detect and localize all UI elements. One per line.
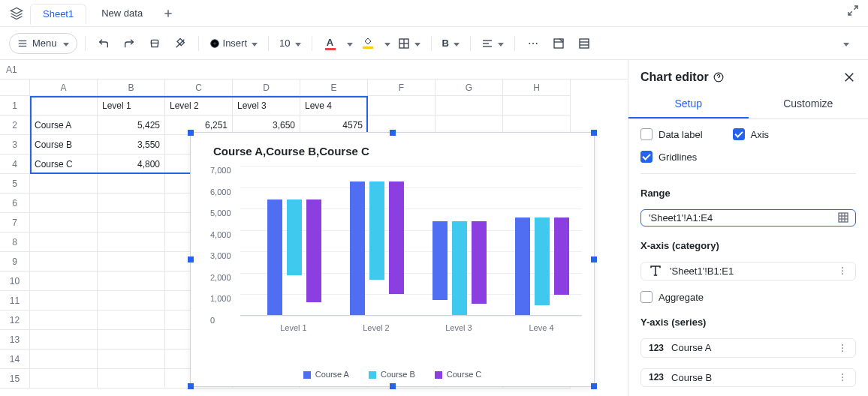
cell[interactable]: Level 1 xyxy=(98,96,165,116)
more-button[interactable] xyxy=(523,33,544,54)
tab-newdata[interactable]: New data xyxy=(89,3,155,24)
name-box[interactable]: A1 xyxy=(0,60,628,80)
series-row-a[interactable]: 123 Course A xyxy=(640,338,856,357)
bold-button[interactable]: B xyxy=(439,33,463,54)
svg-point-44 xyxy=(842,376,843,378)
row-header[interactable]: 5 xyxy=(0,174,30,194)
resize-handle[interactable] xyxy=(188,130,194,136)
svg-rect-23 xyxy=(580,39,589,48)
row-header[interactable]: 8 xyxy=(0,232,30,252)
col-header[interactable]: F xyxy=(368,80,436,96)
undo-button[interactable] xyxy=(93,33,114,54)
col-header[interactable]: D xyxy=(233,80,300,96)
col-header[interactable]: G xyxy=(436,80,503,96)
row-header[interactable]: 10 xyxy=(0,272,30,291)
table-button[interactable] xyxy=(574,33,595,54)
insert-label: Insert xyxy=(223,38,248,49)
chart-object[interactable]: Course A,Course B,Course C Level 1Level … xyxy=(190,132,595,387)
resize-handle[interactable] xyxy=(591,383,597,389)
row-header[interactable]: 14 xyxy=(0,350,30,369)
menu-button[interactable]: Menu xyxy=(9,33,77,54)
resize-handle[interactable] xyxy=(390,383,396,389)
paint-format-button[interactable] xyxy=(144,33,165,54)
chevron-down-icon xyxy=(452,38,460,49)
col-header[interactable]: E xyxy=(300,80,368,96)
cell[interactable]: Level 3 xyxy=(233,96,300,116)
row-header[interactable]: 2 xyxy=(0,116,30,135)
row-header[interactable]: 9 xyxy=(0,252,30,272)
cell[interactable]: 5,425 xyxy=(98,116,165,135)
clear-format-button[interactable] xyxy=(170,33,191,54)
more-icon[interactable] xyxy=(837,372,848,382)
resize-handle[interactable] xyxy=(188,383,194,389)
row-header[interactable]: 12 xyxy=(0,310,30,330)
chevron-down-icon xyxy=(250,38,258,49)
row-header[interactable]: 11 xyxy=(0,291,30,310)
align-button[interactable] xyxy=(478,33,507,54)
row-header[interactable]: 3 xyxy=(0,135,30,154)
close-button[interactable] xyxy=(842,70,856,84)
chevron-down-icon[interactable] xyxy=(383,38,390,49)
tab-setup[interactable]: Setup xyxy=(628,90,749,118)
resize-handle[interactable] xyxy=(188,256,194,262)
tab-customize[interactable]: Customize xyxy=(749,90,869,118)
help-icon[interactable] xyxy=(713,72,724,82)
cell[interactable]: 4,800 xyxy=(98,154,165,174)
col-header[interactable]: H xyxy=(503,80,571,96)
layers-icon[interactable] xyxy=(6,3,27,24)
cell[interactable] xyxy=(30,96,98,116)
add-tab-button[interactable] xyxy=(158,3,179,24)
xaxis-field[interactable]: 'Sheet1'!B1:E1 xyxy=(640,262,856,280)
borders-button[interactable] xyxy=(395,33,423,54)
col-header[interactable]: C xyxy=(165,80,233,96)
menu-label: Menu xyxy=(32,38,57,49)
cell[interactable] xyxy=(368,96,436,116)
col-header[interactable]: A xyxy=(30,80,98,96)
resize-handle[interactable] xyxy=(591,256,597,262)
chevron-down-icon[interactable] xyxy=(345,38,353,49)
fill-color-button[interactable] xyxy=(357,33,378,54)
font-size-select[interactable]: 10 xyxy=(276,33,303,54)
svg-point-38 xyxy=(842,270,843,272)
row-header[interactable]: 6 xyxy=(0,194,30,213)
cell[interactable]: Level 2 xyxy=(165,96,233,116)
freeze-button[interactable] xyxy=(548,33,569,54)
checkbox-aggregate[interactable]: Aggregate xyxy=(640,291,856,303)
spreadsheet-grid[interactable]: A B C D E F G H 1 2 3 4 5 6 7 8 xyxy=(0,80,628,396)
series-row-b[interactable]: 123 Course B xyxy=(640,368,856,387)
text-color-button[interactable]: A xyxy=(320,33,341,54)
row-header[interactable]: 1 xyxy=(0,96,30,116)
resize-handle[interactable] xyxy=(390,130,396,136)
chevron-down-icon xyxy=(413,38,420,49)
number-type-icon: 123 xyxy=(649,343,664,353)
checkbox-axis[interactable]: Axis xyxy=(733,128,770,140)
select-all-corner[interactable] xyxy=(0,80,30,96)
range-input[interactable]: 'Sheet1'!A1:E4 xyxy=(640,209,856,226)
resize-handle[interactable] xyxy=(591,130,597,136)
cell[interactable]: Leve 4 xyxy=(300,96,368,116)
tab-sheet1[interactable]: Sheet1 xyxy=(30,4,86,25)
redo-button[interactable] xyxy=(119,33,140,54)
insert-button[interactable]: Insert xyxy=(206,33,261,54)
row-header[interactable]: 7 xyxy=(0,213,30,232)
cell[interactable] xyxy=(503,96,571,116)
expand-icon[interactable] xyxy=(847,4,859,16)
svg-point-18 xyxy=(532,43,534,44)
more-icon[interactable] xyxy=(837,343,848,353)
row-header[interactable]: 4 xyxy=(0,154,30,174)
svg-line-3 xyxy=(854,6,857,10)
row-header[interactable]: 15 xyxy=(0,369,30,388)
toolbar: Menu Insert 10 A B xyxy=(0,27,868,60)
checkbox-gridlines[interactable]: Gridlines xyxy=(640,151,856,163)
more-icon[interactable] xyxy=(837,266,848,276)
cell[interactable]: Course C xyxy=(30,154,98,174)
toolbar-overflow[interactable] xyxy=(835,33,856,54)
range-picker-icon[interactable] xyxy=(837,212,849,224)
cell[interactable]: 3,550 xyxy=(98,135,165,154)
cell[interactable]: Course A xyxy=(30,116,98,135)
cell[interactable] xyxy=(436,96,503,116)
cell[interactable]: Course B xyxy=(30,135,98,154)
row-header[interactable]: 13 xyxy=(0,330,30,350)
checkbox-data-label[interactable]: Data label xyxy=(640,128,703,140)
col-header[interactable]: B xyxy=(98,80,165,96)
